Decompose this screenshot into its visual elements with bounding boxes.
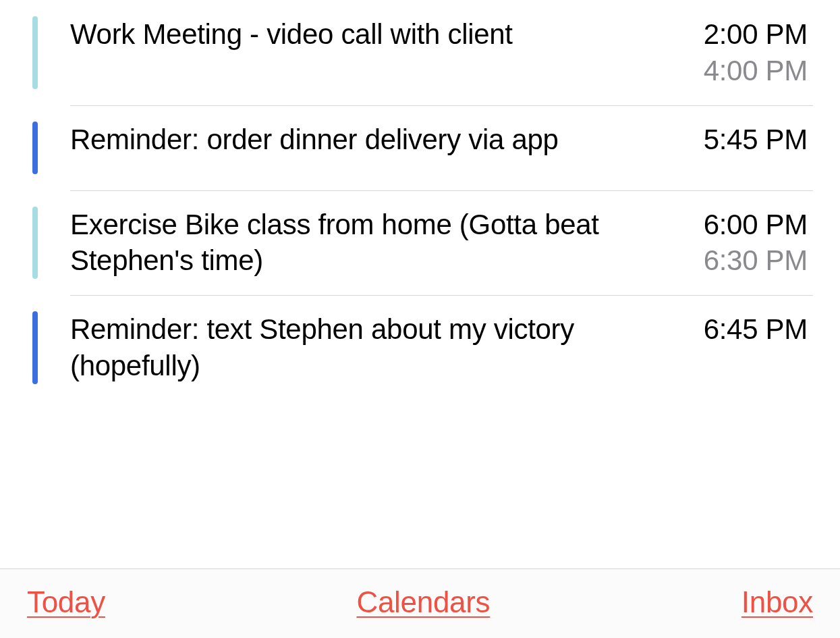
event-times: 6:00 PM 6:30 PM [704,207,808,280]
event-list: Work Meeting - video call with client 2:… [0,0,840,568]
event-times: 5:45 PM [704,122,808,158]
event-body: Exercise Bike class from home (Gotta bea… [70,207,808,280]
calendar-color-bar [32,122,38,174]
event-title: Exercise Bike class from home (Gotta bea… [70,207,688,280]
event-title: Reminder: order dinner delivery via app [70,122,688,158]
event-times: 2:00 PM 4:00 PM [704,16,808,89]
event-row[interactable]: Exercise Bike class from home (Gotta bea… [0,190,840,296]
event-start-time: 2:00 PM [704,16,808,53]
inbox-button[interactable]: Inbox [741,585,813,619]
event-start-time: 5:45 PM [704,122,808,158]
event-times: 6:45 PM [704,311,808,348]
today-button[interactable]: Today [27,585,105,619]
calendars-button[interactable]: Calendars [356,585,490,619]
event-row[interactable]: Reminder: text Stephen about my victory … [0,295,840,400]
calendar-color-bar [32,311,38,384]
calendar-day-view: Work Meeting - video call with client 2:… [0,0,840,638]
event-end-time: 6:30 PM [704,242,808,279]
event-start-time: 6:00 PM [704,207,808,243]
event-title: Work Meeting - video call with client [70,16,688,53]
event-row[interactable]: Reminder: order dinner delivery via app … [0,105,840,190]
bottom-toolbar: Today Calendars Inbox [0,568,840,638]
event-title: Reminder: text Stephen about my victory … [70,311,688,384]
event-start-time: 6:45 PM [704,311,808,348]
event-row[interactable]: Work Meeting - video call with client 2:… [0,0,840,105]
event-body: Reminder: order dinner delivery via app … [70,122,808,158]
event-body: Reminder: text Stephen about my victory … [70,311,808,384]
calendar-color-bar [32,207,38,280]
calendar-color-bar [32,16,38,89]
event-body: Work Meeting - video call with client 2:… [70,16,808,89]
event-end-time: 4:00 PM [704,53,808,89]
